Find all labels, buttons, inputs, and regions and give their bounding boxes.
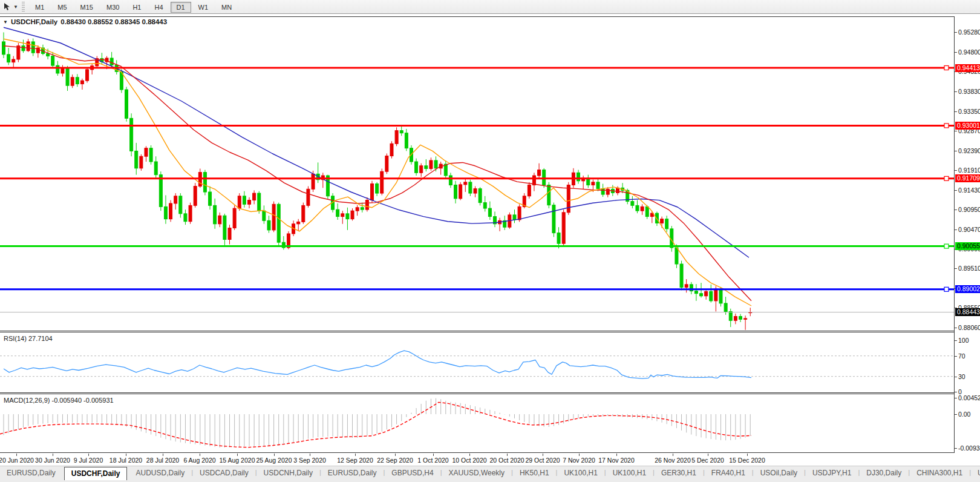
price-axis-tick	[955, 328, 957, 328]
date-axis-label: 3 Sep 2020	[293, 457, 326, 464]
chart-tab-ger30-h1[interactable]: GER30,H1	[655, 466, 703, 480]
price-axis-label: 0.93350	[958, 108, 980, 115]
timeframe-button-m15[interactable]: M15	[74, 2, 99, 13]
date-axis-tick	[395, 454, 396, 456]
price-axis-tick	[955, 32, 957, 33]
candle-bear	[694, 291, 697, 294]
ma-slow-line	[4, 27, 749, 257]
candle-bear	[425, 166, 428, 169]
chart-tab-audusd-daily[interactable]: AUDUSD,Daily	[129, 466, 192, 480]
rsi-indicator-label: RSI(14) 27.7104	[4, 335, 53, 342]
chart-tab-xauusd-weekly[interactable]: XAUUSD,Weekly	[442, 466, 511, 480]
candle-bear	[601, 189, 604, 194]
timeframe-button-mn[interactable]: MN	[215, 2, 238, 13]
candle-bull	[71, 78, 74, 86]
macd-pane[interactable]	[0, 394, 954, 452]
candle-bull	[459, 185, 462, 199]
toolbar-grip-handle[interactable]	[22, 2, 25, 12]
candle-bull	[592, 182, 595, 185]
timeframe-button-h4[interactable]: H4	[148, 2, 169, 13]
price-axis-label: 0.91910	[958, 167, 980, 174]
candle-bear	[444, 164, 447, 176]
chart-tab-usdcad-daily[interactable]: USDCAD,Daily	[193, 466, 255, 480]
date-axis-label: 28 Jul 2020	[146, 457, 179, 464]
candle-bear	[2, 42, 5, 54]
hline-drag-handle[interactable]	[944, 176, 949, 180]
candle-bear	[159, 175, 162, 207]
chart-tab-fra40-h1[interactable]: FRA40,H1	[705, 466, 752, 480]
ma-mid-line	[4, 46, 751, 301]
cursor-tool-dropdown-icon[interactable]: ▼	[12, 4, 19, 10]
rsi-axis-tick	[955, 356, 957, 357]
hline-drag-handle[interactable]	[944, 124, 949, 128]
rsi-pane[interactable]	[0, 332, 954, 392]
timeframe-button-m1[interactable]: M1	[29, 2, 50, 13]
price-level-badge: 0.94413	[955, 64, 980, 72]
hline-drag-handle[interactable]	[944, 287, 949, 291]
chart-tab-dj30-daily[interactable]: DJ30,Daily	[860, 466, 908, 480]
date-axis-tick	[507, 454, 508, 456]
price-axis-label: 0.89510	[958, 265, 980, 272]
chart-tab-bar: EURUSD,Daily USDCHF,Daily AUDUSD,Daily|U…	[0, 466, 980, 480]
candle-bear	[361, 208, 364, 210]
price-axis-tick	[955, 170, 957, 171]
candle-bull	[218, 216, 221, 224]
date-axis-label: 20 Oct 2020	[489, 457, 524, 464]
macd-axis-tick	[955, 448, 957, 449]
candle-bear	[56, 65, 59, 73]
chart-tab-usdjpy-h1[interactable]: USDJPY,H1	[806, 466, 858, 480]
candle-bull	[538, 170, 541, 176]
price-axis-tick	[955, 268, 957, 269]
timeframe-button-h1[interactable]: H1	[126, 2, 147, 13]
candle-bear	[76, 78, 79, 84]
rsi-axis-tick	[955, 392, 957, 392]
chart-tab-china300-h1[interactable]: CHINA300,H1	[910, 466, 969, 480]
cursor-tool-icon[interactable]	[1, 2, 12, 12]
candle-bear	[7, 54, 10, 62]
chart-tab-usoil-daily[interactable]: USOil,Daily	[754, 466, 804, 480]
chart-tab-uk100-h1[interactable]: UK100,H1	[557, 466, 604, 480]
chart-tab-gbpusd-h4[interactable]: GBPUSD,H4	[385, 466, 440, 480]
candle-bear	[479, 189, 482, 203]
date-axis-tick	[708, 454, 708, 456]
candle-bear	[719, 289, 722, 303]
candle-bear	[346, 214, 349, 219]
price-axis-label: 0.95280	[958, 28, 980, 36]
candle-bear	[154, 162, 157, 175]
date-axis-label: 1 Oct 2020	[417, 457, 448, 464]
chart-symbol-period: USDCHF,Daily	[11, 18, 57, 25]
candle-bear	[336, 210, 339, 216]
chart-tab-us[interactable]: US	[971, 466, 980, 480]
hline-drag-handle[interactable]	[944, 66, 949, 70]
price-axis-label: 0.88060	[958, 324, 980, 331]
chart-tab-eurusd-daily[interactable]: EURUSD,Daily	[321, 466, 384, 480]
candle-bear	[469, 182, 472, 193]
main-price-pane[interactable]	[0, 16, 954, 331]
chart-tab-usdcnh-daily[interactable]: USDCNH,Daily	[257, 466, 319, 480]
hline-drag-handle[interactable]	[944, 244, 949, 248]
timeframe-button-m5[interactable]: M5	[51, 2, 73, 13]
candle-bear	[184, 214, 187, 222]
chart-tab-hk50-h1[interactable]: HK50,H1	[513, 466, 556, 480]
timeframe-button-w1[interactable]: W1	[192, 2, 215, 13]
price-axis-tick	[955, 111, 957, 112]
candle-bear	[110, 58, 113, 65]
trading-app-window: ▼ M1M5M15M30H1H4D1W1MN ▼ USDCHF,Daily 0.…	[0, 0, 980, 482]
price-axis: 0.952800.948000.943200.938300.933500.928…	[955, 16, 980, 453]
candle-bull	[297, 222, 300, 223]
candle-bull	[194, 187, 197, 206]
price-axis-tick	[955, 151, 957, 151]
collapse-triangle-icon[interactable]: ▼	[3, 19, 8, 25]
price-axis-tick	[955, 91, 957, 92]
candle-bull	[371, 184, 374, 200]
rsi-axis-label: 100	[958, 337, 969, 344]
date-axis-tick	[53, 454, 53, 456]
date-axis-tick	[433, 454, 434, 456]
chart-tab-usdchf-daily[interactable]: USDCHF,Daily	[64, 467, 128, 480]
candle-bear	[164, 206, 167, 219]
timeframe-button-m30[interactable]: M30	[100, 2, 125, 13]
chart-tab-uk100-h1[interactable]: UK100,H1	[606, 466, 653, 480]
timeframe-button-d1[interactable]: D1	[171, 2, 191, 13]
chart-tab-eurusd-daily[interactable]: EURUSD,Daily	[0, 466, 62, 480]
candle-bull	[365, 200, 368, 210]
